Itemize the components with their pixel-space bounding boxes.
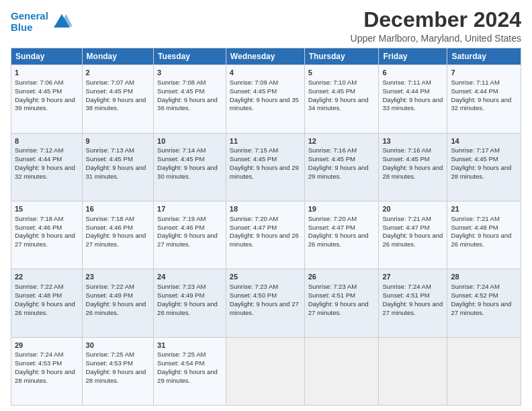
- header-thursday: Thursday: [304, 48, 379, 65]
- sunrise: Sunrise: 7:09 AM: [230, 79, 278, 86]
- daylight: Daylight: 9 hours and 32 minutes.: [451, 96, 511, 112]
- week-row-3: 15Sunrise: 7:18 AMSunset: 4:46 PMDayligh…: [11, 201, 521, 269]
- week-row-5: 29Sunrise: 7:24 AMSunset: 4:53 PMDayligh…: [11, 337, 521, 405]
- sunset: Sunset: 4:44 PM: [15, 155, 62, 163]
- sunrise: Sunrise: 7:25 AM: [86, 351, 134, 358]
- sunset: Sunset: 4:53 PM: [86, 359, 133, 367]
- sunset: Sunset: 4:49 PM: [86, 291, 133, 299]
- sunset: Sunset: 4:45 PM: [86, 155, 133, 163]
- sunset: Sunset: 4:46 PM: [157, 224, 204, 231]
- day-number: 22: [15, 272, 79, 282]
- header: General Blue December 2024 Upper Marlbor…: [11, 8, 521, 44]
- calendar-cell: 8Sunrise: 7:12 AMSunset: 4:44 PMDaylight…: [11, 133, 83, 201]
- day-number: 8: [15, 136, 79, 146]
- sunset: Sunset: 4:45 PM: [15, 87, 62, 95]
- sunrise: Sunrise: 7:06 AM: [15, 79, 63, 86]
- calendar-cell: 10Sunrise: 7:14 AMSunset: 4:45 PMDayligh…: [154, 133, 226, 201]
- calendar-cell: 2Sunrise: 7:07 AMSunset: 4:45 PMDaylight…: [82, 65, 154, 133]
- calendar-cell: [226, 337, 304, 405]
- sunset: Sunset: 4:45 PM: [157, 87, 204, 95]
- calendar-cell: 30Sunrise: 7:25 AMSunset: 4:53 PMDayligh…: [82, 337, 154, 405]
- daylight: Daylight: 9 hours and 26 minutes.: [230, 232, 299, 248]
- daylight: Daylight: 9 hours and 26 minutes.: [86, 300, 146, 316]
- daylight: Daylight: 9 hours and 27 minutes.: [157, 232, 218, 248]
- day-number: 24: [157, 272, 222, 282]
- day-number: 29: [15, 340, 79, 351]
- subtitle: Upper Marlboro, Maryland, United States: [351, 33, 521, 44]
- daylight: Daylight: 9 hours and 31 minutes.: [86, 164, 146, 180]
- daylight: Daylight: 9 hours and 29 minutes.: [157, 368, 218, 384]
- calendar-cell: 15Sunrise: 7:18 AMSunset: 4:46 PMDayligh…: [11, 201, 83, 269]
- week-row-2: 8Sunrise: 7:12 AMSunset: 4:44 PMDaylight…: [11, 133, 521, 201]
- day-number: 4: [230, 68, 301, 78]
- calendar-cell: 12Sunrise: 7:16 AMSunset: 4:45 PMDayligh…: [304, 133, 379, 201]
- header-sunday: Sunday: [11, 48, 83, 65]
- calendar-cell: 13Sunrise: 7:16 AMSunset: 4:45 PMDayligh…: [379, 133, 447, 201]
- daylight: Daylight: 9 hours and 28 minutes.: [382, 164, 443, 180]
- day-number: 14: [451, 136, 517, 146]
- sunset: Sunset: 4:49 PM: [157, 291, 204, 299]
- day-number: 5: [308, 68, 375, 78]
- sunset: Sunset: 4:51 PM: [308, 291, 355, 299]
- day-number: 31: [157, 340, 222, 351]
- sunrise: Sunrise: 7:23 AM: [230, 283, 278, 290]
- daylight: Daylight: 9 hours and 26 minutes.: [15, 300, 75, 316]
- sunrise: Sunrise: 7:18 AM: [86, 215, 134, 222]
- calendar-cell: 6Sunrise: 7:11 AMSunset: 4:44 PMDaylight…: [379, 65, 447, 133]
- calendar-cell: 1Sunrise: 7:06 AMSunset: 4:45 PMDaylight…: [11, 65, 83, 133]
- calendar-cell: 14Sunrise: 7:17 AMSunset: 4:45 PMDayligh…: [447, 133, 521, 201]
- calendar-cell: [447, 337, 521, 405]
- day-number: 13: [382, 136, 443, 146]
- calendar-cell: 27Sunrise: 7:24 AMSunset: 4:51 PMDayligh…: [379, 269, 447, 337]
- sunset: Sunset: 4:47 PM: [382, 224, 429, 231]
- sunset: Sunset: 4:45 PM: [382, 155, 429, 163]
- header-monday: Monday: [82, 48, 154, 65]
- daylight: Daylight: 9 hours and 35 minutes.: [230, 96, 299, 112]
- sunrise: Sunrise: 7:24 AM: [451, 283, 499, 290]
- sunset: Sunset: 4:54 PM: [157, 359, 204, 367]
- sunset: Sunset: 4:45 PM: [157, 155, 204, 163]
- sunset: Sunset: 4:47 PM: [308, 224, 355, 231]
- sunrise: Sunrise: 7:24 AM: [382, 283, 431, 290]
- sunset: Sunset: 4:51 PM: [382, 291, 429, 299]
- sunrise: Sunrise: 7:08 AM: [157, 79, 206, 86]
- day-number: 11: [230, 136, 301, 146]
- sunset: Sunset: 4:44 PM: [451, 87, 498, 95]
- logo: General Blue: [11, 11, 73, 33]
- header-friday: Friday: [379, 48, 447, 65]
- sunset: Sunset: 4:45 PM: [230, 87, 277, 95]
- daylight: Daylight: 9 hours and 27 minutes.: [15, 232, 75, 248]
- sunrise: Sunrise: 7:24 AM: [15, 351, 63, 358]
- title-area: December 2024 Upper Marlboro, Maryland, …: [351, 8, 521, 44]
- logo-text: General: [11, 11, 48, 22]
- calendar-cell: 26Sunrise: 7:23 AMSunset: 4:51 PMDayligh…: [304, 269, 379, 337]
- day-number: 9: [86, 136, 150, 146]
- calendar-cell: 17Sunrise: 7:19 AMSunset: 4:46 PMDayligh…: [154, 201, 226, 269]
- calendar-table: SundayMondayTuesdayWednesdayThursdayFrid…: [11, 48, 521, 406]
- daylight: Daylight: 9 hours and 27 minutes.: [86, 232, 146, 248]
- week-row-1: 1Sunrise: 7:06 AMSunset: 4:45 PMDaylight…: [11, 65, 521, 133]
- daylight: Daylight: 9 hours and 26 minutes.: [451, 232, 511, 248]
- sunrise: Sunrise: 7:16 AM: [308, 146, 357, 154]
- logo-icon: [51, 11, 73, 33]
- sunset: Sunset: 4:45 PM: [230, 155, 277, 163]
- daylight: Daylight: 9 hours and 26 minutes.: [382, 232, 443, 248]
- sunrise: Sunrise: 7:12 AM: [15, 146, 63, 154]
- daylight: Daylight: 9 hours and 28 minutes.: [15, 368, 75, 384]
- sunrise: Sunrise: 7:11 AM: [451, 79, 499, 86]
- sunrise: Sunrise: 7:20 AM: [308, 215, 357, 222]
- calendar-cell: 25Sunrise: 7:23 AMSunset: 4:50 PMDayligh…: [226, 269, 304, 337]
- calendar-cell: 16Sunrise: 7:18 AMSunset: 4:46 PMDayligh…: [82, 201, 154, 269]
- sunrise: Sunrise: 7:07 AM: [86, 79, 134, 86]
- sunrise: Sunrise: 7:13 AM: [86, 146, 134, 154]
- page: General Blue December 2024 Upper Marlbor…: [0, 0, 532, 411]
- sunset: Sunset: 4:48 PM: [15, 291, 62, 299]
- calendar-cell: 11Sunrise: 7:15 AMSunset: 4:45 PMDayligh…: [226, 133, 304, 201]
- header-row: SundayMondayTuesdayWednesdayThursdayFrid…: [11, 48, 521, 65]
- day-number: 10: [157, 136, 222, 146]
- day-number: 30: [86, 340, 150, 351]
- day-number: 1: [15, 68, 79, 78]
- sunrise: Sunrise: 7:14 AM: [157, 146, 206, 154]
- logo-general: General: [11, 10, 48, 21]
- sunrise: Sunrise: 7:19 AM: [157, 215, 206, 222]
